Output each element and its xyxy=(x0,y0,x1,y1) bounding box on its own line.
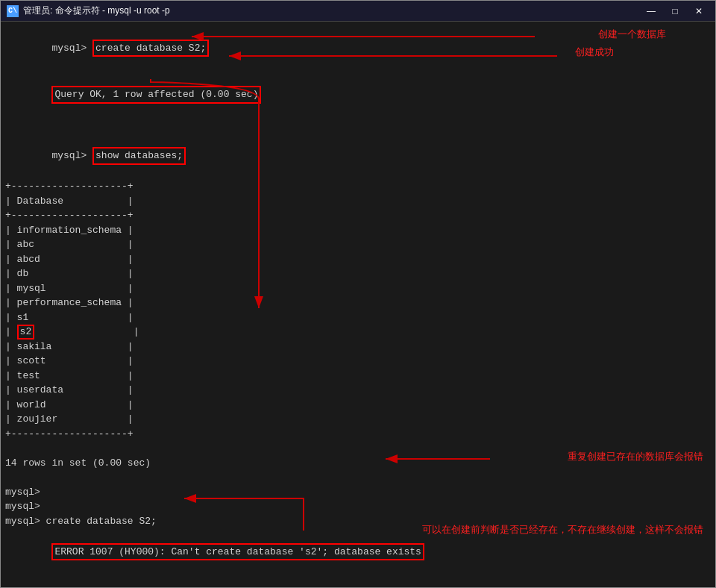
annotation-create-success: 创建成功 xyxy=(575,46,614,59)
line-create-if-not-exists: mysql> create database if not exists S2; xyxy=(5,575,711,587)
maximize-button[interactable]: □ xyxy=(665,4,685,19)
terminal-body[interactable]: mysql> create database S2; Query OK, 1 r… xyxy=(1,22,715,587)
line-db-s1: | s1 | xyxy=(5,310,711,325)
annotation-if-not-exists: 可以在创建前判断是否已经存在，不存在继续创建，这样不会报错 xyxy=(422,523,703,537)
line-table-bottom1: +--------------------+ xyxy=(5,427,711,442)
line-blank1 xyxy=(5,118,711,133)
line-db-userdata: | userdata | xyxy=(5,383,711,398)
line-db-s2: | s2 | xyxy=(5,325,711,340)
line-table-sep1: +--------------------+ xyxy=(5,208,711,223)
line-db-test: | test | xyxy=(5,369,711,384)
error-text: ERROR 1007 (HY000): Can't create databas… xyxy=(51,543,424,561)
line-db-info-schema: | information_schema | xyxy=(5,223,711,238)
show-db-cmd: show databases; xyxy=(92,147,186,165)
line-query-ok1: Query OK, 1 row affected (0.00 sec) xyxy=(5,72,711,119)
line-db-scott: | scott | xyxy=(5,354,711,369)
line-mysql-blank1: mysql> xyxy=(5,485,711,500)
line-db-zoujier: | zoujier | xyxy=(5,412,711,427)
annotation-dup-error: 重复创建已存在的数据库会报错 xyxy=(568,450,703,463)
cmd-icon: C\ xyxy=(7,5,19,17)
line-table-top1: +--------------------+ xyxy=(5,179,711,194)
content-wrapper: mysql> create database S2; Query OK, 1 r… xyxy=(5,25,711,587)
line-db-abc: | abc | xyxy=(5,237,711,252)
main-window: C\ 管理员: 命令提示符 - mysql -u root -p — □ ✕ m… xyxy=(0,0,716,588)
title-bar-left: C\ 管理员: 命令提示符 - mysql -u root -p xyxy=(7,4,170,17)
s2-entry: s2 xyxy=(17,325,35,340)
line-mysql-blank2: mysql> xyxy=(5,499,711,514)
line-db-mysql: | mysql | xyxy=(5,281,711,296)
line-blank3 xyxy=(5,470,711,485)
line-db-perf-schema: | performance_schema | xyxy=(5,295,711,310)
query-ok1-text: Query OK, 1 row affected (0.00 sec) xyxy=(51,86,261,104)
line-db-abcd: | abcd | xyxy=(5,252,711,267)
title-bar: C\ 管理员: 命令提示符 - mysql -u root -p — □ ✕ xyxy=(1,1,715,22)
line-show-db: mysql> show databases; xyxy=(5,133,711,180)
prompt-text: mysql> xyxy=(51,43,92,54)
line-db-db: | db | xyxy=(5,266,711,281)
minimize-button[interactable]: — xyxy=(641,4,662,19)
prompt2-text: mysql> xyxy=(51,150,92,161)
close-button[interactable]: ✕ xyxy=(688,4,709,19)
line-db-sakila: | sakila | xyxy=(5,340,711,354)
window-title: 管理员: 命令提示符 - mysql -u root -p xyxy=(23,4,170,17)
create-db-cmd: create database S2; xyxy=(92,40,209,57)
line-db-world: | world | xyxy=(5,398,711,413)
window-controls: — □ ✕ xyxy=(641,4,709,19)
line-table-header: | Database | xyxy=(5,194,711,209)
annotation-create-db: 创建一个数据库 xyxy=(598,28,666,41)
